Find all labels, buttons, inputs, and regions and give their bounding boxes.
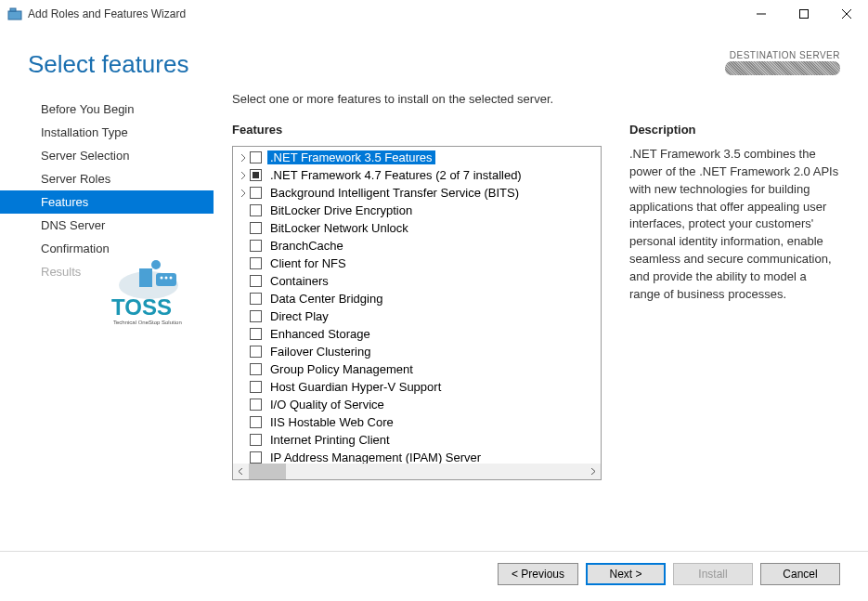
svg-rect-7 bbox=[139, 268, 152, 287]
feature-checkbox[interactable] bbox=[250, 293, 262, 305]
window-controls bbox=[740, 0, 868, 28]
nav-item-before-you-begin[interactable]: Before You Begin bbox=[0, 98, 214, 121]
svg-rect-9 bbox=[156, 273, 176, 286]
next-button[interactable]: Next > bbox=[586, 563, 666, 585]
feature-row[interactable]: BitLocker Network Unlock bbox=[233, 219, 601, 237]
scroll-left-button[interactable] bbox=[233, 464, 249, 479]
expand-icon[interactable] bbox=[237, 169, 250, 182]
feature-label[interactable]: Client for NFS bbox=[267, 256, 349, 270]
feature-label[interactable]: BranchCache bbox=[267, 239, 346, 253]
feature-row[interactable]: Failover Clustering bbox=[233, 343, 601, 360]
titlebar: Add Roles and Features Wizard bbox=[0, 0, 868, 28]
feature-row[interactable]: Data Center Bridging bbox=[233, 290, 601, 307]
features-scroll[interactable]: .NET Framework 3.5 Features.NET Framewor… bbox=[233, 147, 601, 464]
feature-row[interactable]: Enhanced Storage bbox=[233, 325, 601, 343]
footer: < Previous Next > Install Cancel bbox=[0, 551, 868, 585]
svg-point-8 bbox=[151, 260, 161, 269]
feature-checkbox[interactable] bbox=[250, 328, 262, 340]
feature-checkbox[interactable] bbox=[250, 169, 262, 181]
svg-text:Technical OneStop Solution: Technical OneStop Solution bbox=[113, 320, 182, 325]
feature-label[interactable]: Background Intelligent Transfer Service … bbox=[267, 186, 522, 200]
nav-item-dns-server[interactable]: DNS Server bbox=[0, 214, 214, 237]
feature-checkbox[interactable] bbox=[250, 381, 262, 393]
feature-row[interactable]: Host Guardian Hyper-V Support bbox=[233, 378, 601, 396]
destination-server-name bbox=[725, 61, 840, 75]
destination-label: DESTINATION SERVER bbox=[725, 50, 840, 60]
feature-row[interactable]: I/O Quality of Service bbox=[233, 396, 601, 413]
feature-label[interactable]: Group Policy Management bbox=[267, 362, 416, 376]
page-title: Select features bbox=[28, 50, 188, 79]
nav-item-server-roles[interactable]: Server Roles bbox=[0, 167, 214, 190]
feature-checkbox[interactable] bbox=[250, 275, 262, 287]
horizontal-scrollbar[interactable] bbox=[233, 464, 601, 479]
feature-label[interactable]: Data Center Bridging bbox=[267, 292, 385, 306]
feature-checkbox[interactable] bbox=[250, 434, 262, 446]
nav-item-installation-type[interactable]: Installation Type bbox=[0, 121, 214, 144]
feature-label[interactable]: BitLocker Network Unlock bbox=[267, 221, 411, 235]
feature-checkbox[interactable] bbox=[250, 187, 262, 199]
feature-label[interactable]: IIS Hostable Web Core bbox=[267, 415, 396, 429]
cancel-button[interactable]: Cancel bbox=[760, 563, 840, 585]
description-header: Description bbox=[629, 123, 840, 137]
previous-button[interactable]: < Previous bbox=[498, 563, 578, 585]
feature-row[interactable]: IIS Hostable Web Core bbox=[233, 413, 601, 431]
minimize-button[interactable] bbox=[740, 0, 783, 28]
feature-label[interactable]: .NET Framework 4.7 Features (2 of 7 inst… bbox=[267, 168, 525, 182]
feature-checkbox[interactable] bbox=[250, 222, 262, 234]
nav-item-server-selection[interactable]: Server Selection bbox=[0, 144, 214, 167]
svg-rect-1 bbox=[10, 8, 16, 11]
feature-row[interactable]: Internet Printing Client bbox=[233, 431, 601, 449]
feature-label[interactable]: IP Address Management (IPAM) Server bbox=[267, 451, 484, 464]
maximize-button[interactable] bbox=[783, 0, 825, 28]
feature-label[interactable]: Host Guardian Hyper-V Support bbox=[267, 380, 444, 394]
feature-checkbox[interactable] bbox=[250, 240, 262, 252]
feature-label[interactable]: Internet Printing Client bbox=[267, 433, 393, 447]
feature-checkbox[interactable] bbox=[250, 451, 262, 464]
svg-rect-3 bbox=[800, 10, 809, 19]
feature-checkbox[interactable] bbox=[250, 416, 262, 428]
feature-checkbox[interactable] bbox=[250, 346, 262, 358]
feature-checkbox[interactable] bbox=[250, 257, 262, 269]
svg-point-10 bbox=[161, 277, 163, 280]
feature-checkbox[interactable] bbox=[250, 363, 262, 375]
feature-row[interactable]: .NET Framework 4.7 Features (2 of 7 inst… bbox=[233, 166, 601, 184]
feature-row[interactable]: IP Address Management (IPAM) Server bbox=[233, 449, 601, 464]
feature-row[interactable]: BitLocker Drive Encryption bbox=[233, 202, 601, 219]
wizard-nav: Before You BeginInstallation TypeServer … bbox=[0, 88, 214, 543]
window-title: Add Roles and Features Wizard bbox=[28, 7, 740, 20]
nav-item-features[interactable]: Features bbox=[0, 190, 214, 214]
install-button: Install bbox=[673, 563, 753, 585]
header: Select features DESTINATION SERVER bbox=[0, 28, 868, 88]
feature-checkbox[interactable] bbox=[250, 204, 262, 216]
destination-server-badge: DESTINATION SERVER bbox=[725, 50, 840, 75]
feature-row[interactable]: Client for NFS bbox=[233, 255, 601, 272]
feature-label[interactable]: Enhanced Storage bbox=[267, 327, 373, 341]
scroll-right-button[interactable] bbox=[585, 464, 601, 479]
feature-label[interactable]: I/O Quality of Service bbox=[267, 398, 387, 412]
instruction-text: Select one or more features to install o… bbox=[232, 92, 840, 106]
expand-icon[interactable] bbox=[237, 187, 250, 200]
feature-row[interactable]: Group Policy Management bbox=[233, 360, 601, 378]
feature-label[interactable]: Failover Clustering bbox=[267, 345, 373, 359]
feature-row[interactable]: Containers bbox=[233, 272, 601, 290]
feature-label[interactable]: BitLocker Drive Encryption bbox=[267, 203, 415, 217]
description-text: .NET Framework 3.5 combines the power of… bbox=[629, 146, 840, 304]
feature-checkbox[interactable] bbox=[250, 398, 262, 411]
features-header: Features bbox=[232, 123, 602, 137]
watermark-logo: TOSS Technical OneStop Solution bbox=[104, 257, 206, 333]
feature-label[interactable]: Direct Play bbox=[267, 309, 331, 323]
expand-icon[interactable] bbox=[237, 151, 250, 164]
svg-point-12 bbox=[170, 277, 173, 280]
feature-checkbox[interactable] bbox=[250, 310, 262, 322]
feature-label[interactable]: Containers bbox=[267, 274, 331, 288]
feature-row[interactable]: Background Intelligent Transfer Service … bbox=[233, 184, 601, 202]
feature-row[interactable]: .NET Framework 3.5 Features bbox=[233, 149, 601, 166]
feature-label[interactable]: .NET Framework 3.5 Features bbox=[267, 150, 435, 164]
svg-rect-0 bbox=[8, 11, 21, 20]
feature-row[interactable]: Direct Play bbox=[233, 307, 601, 325]
svg-text:TOSS: TOSS bbox=[111, 294, 172, 320]
hscroll-thumb[interactable] bbox=[249, 464, 286, 479]
close-button[interactable] bbox=[825, 0, 868, 28]
feature-checkbox[interactable] bbox=[250, 151, 262, 163]
feature-row[interactable]: BranchCache bbox=[233, 237, 601, 255]
